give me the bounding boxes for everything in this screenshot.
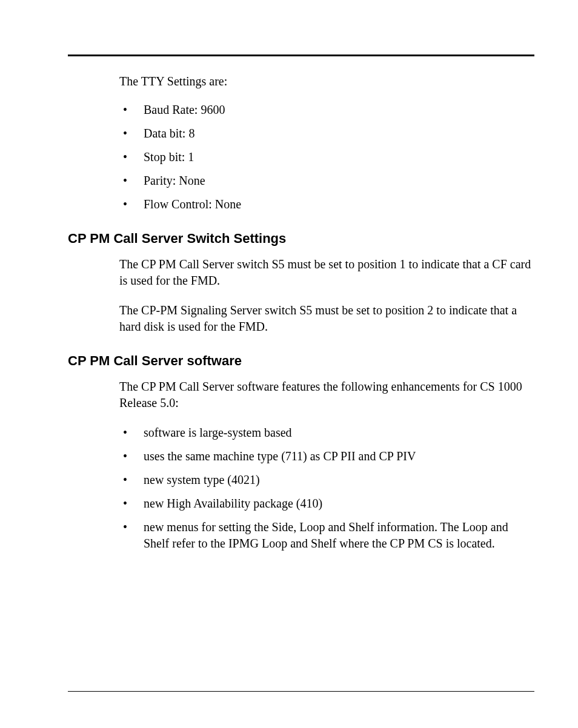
page: The TTY Settings are: Baud Rate: 9600 Da… xyxy=(0,0,578,728)
body-block-2: The CP PM Call Server switch S5 must be … xyxy=(119,256,534,335)
list-item: new system type (4021) xyxy=(119,472,534,488)
list-item: new menus for setting the Side, Loop and… xyxy=(119,519,534,552)
list-item: uses the same machine type (711) as CP P… xyxy=(119,448,534,465)
body-block-3: The CP PM Call Server software features … xyxy=(119,379,534,552)
tty-bullets: Baud Rate: 9600 Data bit: 8 Stop bit: 1 … xyxy=(119,102,534,213)
list-item: new High Availability package (410) xyxy=(119,495,534,512)
para-software-lead: The CP PM Call Server software features … xyxy=(119,379,534,411)
para-switch-1: The CP PM Call Server switch S5 must be … xyxy=(119,256,534,289)
top-rule xyxy=(68,55,534,56)
list-item: software is large-system based xyxy=(119,425,534,441)
heading-switch-settings: CP PM Call Server Switch Settings xyxy=(68,231,534,247)
bottom-rule xyxy=(68,691,534,692)
list-item: Data bit: 8 xyxy=(119,125,534,142)
list-item: Baud Rate: 9600 xyxy=(119,102,534,118)
list-item: Parity: None xyxy=(119,173,534,189)
body-block-1: The TTY Settings are: Baud Rate: 9600 Da… xyxy=(119,73,534,213)
para-switch-2: The CP-PM Signaling Server switch S5 mus… xyxy=(119,302,534,335)
heading-software: CP PM Call Server software xyxy=(68,353,534,369)
list-item: Flow Control: None xyxy=(119,196,534,213)
tty-lead: The TTY Settings are: xyxy=(119,73,534,90)
list-item: Stop bit: 1 xyxy=(119,149,534,165)
software-bullets: software is large-system based uses the … xyxy=(119,425,534,552)
